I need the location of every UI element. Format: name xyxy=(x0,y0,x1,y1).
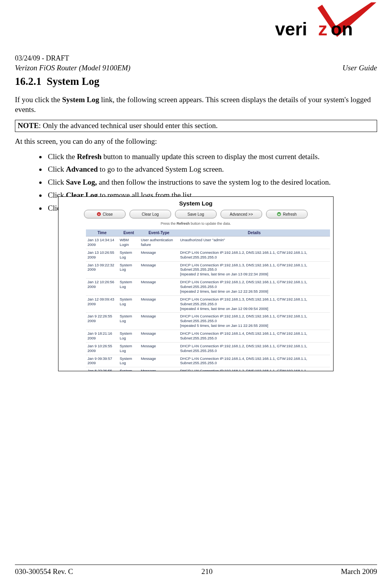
table-row: Jan 8 22:26:55 2009System LogMessageDHCP… xyxy=(86,367,330,371)
table-row: Jan 9 10:26:55 2009System LogMessageDHCP… xyxy=(86,342,330,355)
table-row: Jan 12 09:09:43 2009System LogMessageDHC… xyxy=(86,295,330,313)
cell-time: Jan 9 09:39:57 2009 xyxy=(86,355,118,367)
page-footer: 030-300554 Rev. C 210 March 2009 xyxy=(15,567,377,576)
advanced-button[interactable]: Advanced >> xyxy=(221,210,262,218)
cell-details: DHCP LAN Connection IP:192.168.1.4, DNS:… xyxy=(179,355,330,367)
draft-date: 03/24/09 - DRAFT xyxy=(15,54,69,62)
footer-rule xyxy=(15,565,377,565)
table-row: Jan 9 09:39:57 2009System LogMessageDHCP… xyxy=(86,355,330,367)
system-log-screenshot: System Log Close Clear Log Save Log Adva… xyxy=(58,196,334,371)
intro-paragraph: If you click the System Log link, the fo… xyxy=(15,95,377,114)
footer-right: March 2009 xyxy=(341,567,377,576)
svg-text:z: z xyxy=(318,19,327,39)
table-row: Jan 13 14:34:14 2009WBM LoginUser authen… xyxy=(86,236,330,249)
cell-details: DHCP LAN Connection IP:192.168.1.2, DNS:… xyxy=(179,313,330,330)
cell-details: Unauthorized User "admin" xyxy=(179,236,330,249)
doc-title: Verizon FiOS Router (Model 9100EM) xyxy=(15,64,130,72)
cell-type: Message xyxy=(139,342,179,355)
verizon-logo: veri z on xyxy=(275,1,377,40)
cell-event: System Log xyxy=(118,367,139,371)
cell-type: Message xyxy=(139,261,179,279)
cell-time: Jan 13 10:26:55 2009 xyxy=(86,249,118,261)
col-event: Event xyxy=(118,229,139,236)
list-item: Click Advanced to go to the advanced Sys… xyxy=(46,165,377,174)
section-heading: 16.2.1 System Log xyxy=(15,75,99,88)
footer-left: 030-300554 Rev. C xyxy=(15,567,73,576)
log-table: Time Event Event-Type Details Jan 13 14:… xyxy=(86,229,330,371)
cell-details: DHCP LAN Connection IP:192.168.1.2, DNS:… xyxy=(179,367,330,371)
cell-type: User authentication failure xyxy=(139,236,179,249)
cell-type: Message xyxy=(139,279,179,296)
cell-event: System Log xyxy=(118,313,139,330)
close-icon xyxy=(97,212,101,216)
refresh-button[interactable]: Refresh xyxy=(266,210,308,218)
note-box: NOTE: Only the advanced technical user s… xyxy=(15,120,377,132)
cell-details: DHCP LAN Connection IP:192.168.1.3, DNS:… xyxy=(179,261,330,279)
cell-event: System Log xyxy=(118,261,139,279)
col-time: Time xyxy=(86,229,118,236)
svg-text:veri: veri xyxy=(275,19,307,39)
screenshot-title: System Log xyxy=(58,197,333,209)
cell-time: Jan 9 10:26:55 2009 xyxy=(86,342,118,355)
cell-event: System Log xyxy=(118,355,139,367)
cell-time: Jan 13 09:22:32 2009 xyxy=(86,261,118,279)
cell-event: System Log xyxy=(118,249,139,261)
lead-in: At this screen, you can do any of the fo… xyxy=(15,137,377,147)
refresh-icon xyxy=(277,212,281,216)
list-item: Click Save Log, and then follow the inst… xyxy=(46,178,377,187)
cell-details: DHCP LAN Connection IP:192.168.1.2, DNS:… xyxy=(179,249,330,261)
list-item: Click the Refresh button to manually upd… xyxy=(46,152,377,162)
table-row: Jan 13 09:22:32 2009System LogMessageDHC… xyxy=(86,261,330,279)
table-row: Jan 12 10:26:56 2009System LogMessageDHC… xyxy=(86,279,330,296)
cell-type: Message xyxy=(139,249,179,261)
col-details: Details xyxy=(179,229,330,236)
table-row: Jan 9 22:26:55 2009System LogMessageDHCP… xyxy=(86,313,330,330)
cell-time: Jan 12 10:26:56 2009 xyxy=(86,279,118,296)
cell-type: Message xyxy=(139,295,179,313)
cell-type: Message xyxy=(139,313,179,330)
cell-event: WBM Login xyxy=(118,236,139,249)
cell-event: System Log xyxy=(118,295,139,313)
cell-details: DHCP LAN Connection IP:192.168.1.3, DNS:… xyxy=(179,295,330,313)
cell-details: DHCP LAN Connection IP:192.168.1.4, DNS:… xyxy=(179,330,330,343)
footer-center: 210 xyxy=(201,567,213,576)
screenshot-hint: Press the Refresh button to update the d… xyxy=(58,220,333,229)
screenshot-toolbar: Close Clear Log Save Log Advanced >> Ref… xyxy=(58,209,333,220)
cell-type: Message xyxy=(139,330,179,343)
cell-details: DHCP LAN Connection IP:192.168.1.2, DNS:… xyxy=(179,342,330,355)
save-log-button[interactable]: Save Log xyxy=(175,210,217,218)
cell-time: Jan 13 14:34:14 2009 xyxy=(86,236,118,249)
cell-details: DHCP LAN Connection IP:192.168.1.2, DNS:… xyxy=(179,279,330,296)
cell-event: System Log xyxy=(118,279,139,296)
table-row: Jan 9 18:21:16 2009System LogMessageDHCP… xyxy=(86,330,330,343)
svg-text:on: on xyxy=(331,19,353,39)
col-type: Event-Type xyxy=(139,229,179,236)
table-row: Jan 13 10:26:55 2009System LogMessageDHC… xyxy=(86,249,330,261)
cell-time: Jan 9 18:21:16 2009 xyxy=(86,330,118,343)
cell-type: Message xyxy=(139,355,179,367)
close-button[interactable]: Close xyxy=(84,210,126,218)
cell-event: System Log xyxy=(118,330,139,343)
cell-time: Jan 8 22:26:55 2009 xyxy=(86,367,118,371)
cell-event: System Log xyxy=(118,342,139,355)
cell-time: Jan 9 22:26:55 2009 xyxy=(86,313,118,330)
cell-type: Message xyxy=(139,367,179,371)
doc-role: User Guide xyxy=(343,64,377,72)
clear-log-button[interactable]: Clear Log xyxy=(129,210,171,218)
cell-time: Jan 12 09:09:43 2009 xyxy=(86,295,118,313)
